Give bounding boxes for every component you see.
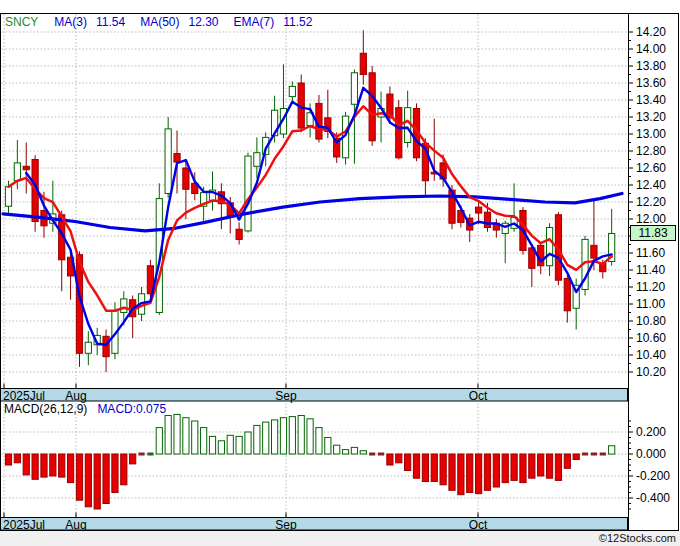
footer-bar: ©12Stocks.com [0, 531, 680, 546]
macd-value-label: MACD:0.075 [97, 402, 166, 416]
macd-header: MACD(26,12,9) MACD:0.075 [4, 402, 166, 416]
legend-ma50-value: 12.30 [189, 15, 219, 29]
svg-text:2025Jul: 2025Jul [3, 518, 45, 532]
legend-ema7-value: 11.52 [283, 15, 312, 29]
svg-text:11.60: 11.60 [636, 246, 665, 260]
svg-text:Oct: Oct [469, 518, 488, 532]
svg-text:11.20: 11.20 [636, 280, 665, 294]
svg-text:13.00: 13.00 [636, 127, 666, 141]
legend-symbol: SNCY [5, 15, 38, 29]
svg-text:10.40: 10.40 [636, 348, 666, 362]
svg-text:Sep: Sep [275, 518, 297, 532]
legend-ma50-label: MA(50) [140, 15, 179, 29]
indicator-legend: SNCY MA(3) 11.54 MA(50) 12.30 EMA(7) 11.… [5, 15, 327, 29]
svg-text:12.20: 12.20 [636, 195, 666, 209]
legend-ma3-label: MA(3) [54, 15, 87, 29]
svg-text:12.60: 12.60 [636, 161, 666, 175]
svg-text:13.60: 13.60 [636, 76, 666, 90]
legend-ma3-value: 11.54 [96, 15, 125, 29]
svg-text:-0.200: -0.200 [636, 469, 670, 483]
svg-text:10.60: 10.60 [636, 331, 666, 345]
svg-text:10.80: 10.80 [636, 314, 666, 328]
macd-params-label: MACD(26,12,9) [4, 402, 87, 416]
svg-text:0.200: 0.200 [636, 425, 666, 439]
svg-text:11.40: 11.40 [636, 263, 665, 277]
svg-text:12.80: 12.80 [636, 144, 666, 158]
svg-text:13.80: 13.80 [636, 59, 666, 73]
svg-text:12.40: 12.40 [636, 178, 666, 192]
svg-text:11.00: 11.00 [636, 297, 665, 311]
svg-text:Sep: Sep [275, 389, 297, 403]
chart-widget: (SNCY) 2025JulAugSepOct2025JulAugSepOct1… [0, 0, 680, 546]
svg-text:Aug: Aug [65, 389, 86, 403]
svg-text:Aug: Aug [65, 518, 86, 532]
svg-text:Oct: Oct [469, 389, 488, 403]
svg-text:12.00: 12.00 [636, 212, 666, 226]
svg-text:14.00: 14.00 [636, 42, 666, 56]
copyright-text: ©12Stocks.com [599, 532, 676, 544]
svg-text:0.000: 0.000 [636, 447, 666, 461]
last-price-badge: 11.83 [630, 225, 676, 241]
svg-text:2025Jul: 2025Jul [3, 389, 45, 403]
svg-text:-0.400: -0.400 [636, 491, 670, 505]
svg-text:14.20: 14.20 [636, 25, 666, 39]
stock-chart-canvas: 2025JulAugSepOct2025JulAugSepOct14.2014.… [0, 0, 680, 546]
svg-text:13.20: 13.20 [636, 110, 666, 124]
svg-text:13.40: 13.40 [636, 93, 666, 107]
svg-text:10.20: 10.20 [636, 365, 666, 379]
legend-ema7-label: EMA(7) [234, 15, 275, 29]
